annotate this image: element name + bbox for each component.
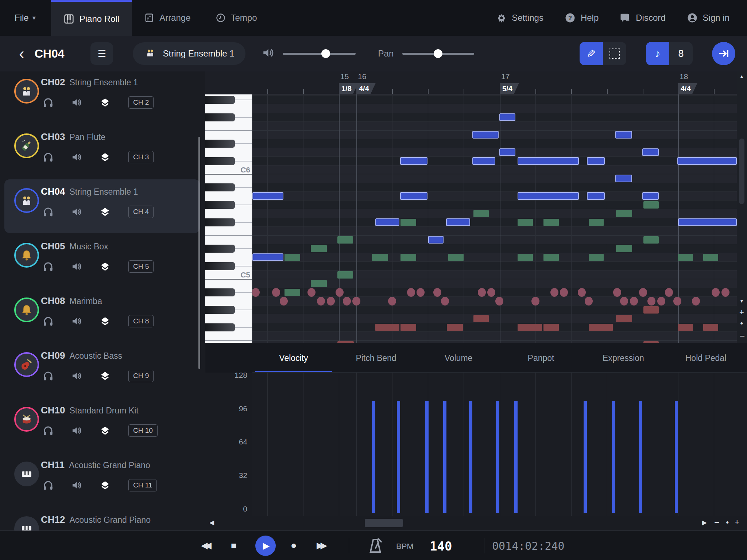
track-avatar[interactable]	[14, 516, 39, 530]
vertical-scrollbar[interactable]: ▲ ▼ + ● −	[737, 71, 747, 343]
scroll-right-icon[interactable]: ▶	[702, 519, 707, 526]
controller-tab-panpot[interactable]: Panpot	[500, 345, 582, 372]
note-ghost-maroon-F#4[interactable]	[375, 324, 399, 331]
controller-tab-volume[interactable]: Volume	[417, 345, 500, 372]
note-selected-E5[interactable]	[428, 236, 444, 244]
note-selected-A5[interactable]	[252, 192, 283, 200]
note-selected-C#6[interactable]	[677, 157, 737, 165]
note-ghost-maroon-E4[interactable]	[337, 341, 354, 343]
note-selected-F#5[interactable]	[375, 218, 399, 226]
note-selected-A5[interactable]	[587, 192, 605, 200]
solo-headphones-icon[interactable]	[43, 98, 53, 107]
velocity-bar[interactable]	[612, 401, 615, 513]
note-ghost-green-D5[interactable]	[518, 254, 533, 261]
drum-note-A4[interactable]	[531, 297, 539, 306]
drum-note-A#4[interactable]	[407, 288, 415, 297]
note-ghost-green-F#5[interactable]	[543, 219, 559, 226]
note-ghost-maroon-G4[interactable]	[616, 315, 632, 322]
note-selected-C#6[interactable]	[518, 157, 579, 165]
time-signature-badge[interactable]: 4/4	[678, 83, 697, 94]
menu-sign-in[interactable]: Sign in	[687, 12, 729, 23]
black-key-G#5[interactable]	[205, 201, 235, 209]
drum-note-A#4[interactable]	[639, 288, 647, 297]
mute-speaker-icon[interactable]	[71, 262, 82, 271]
drum-note-A4[interactable]	[352, 297, 360, 306]
note-selected-C#6[interactable]	[587, 157, 605, 165]
controller-tab-velocity[interactable]: Velocity	[252, 345, 335, 372]
note-ghost-maroon-F#4[interactable]	[400, 324, 416, 331]
note-ghost-maroon-F#4[interactable]	[518, 324, 542, 331]
mute-speaker-icon[interactable]	[71, 152, 82, 162]
note-ghost-green-F#5[interactable]	[589, 219, 604, 226]
bpm-value[interactable]: 140	[430, 539, 452, 553]
menu-discord[interactable]: Discord	[620, 12, 665, 23]
note-ghost-green-G5[interactable]	[473, 210, 489, 217]
track-row-ch05[interactable]: CH05Music BoxCH 5	[4, 234, 200, 288]
drum-note-A#4[interactable]	[478, 288, 486, 297]
volume-slider[interactable]	[283, 53, 356, 55]
drum-note-A4[interactable]	[620, 297, 628, 306]
mute-speaker-icon[interactable]	[71, 481, 82, 490]
track-row-ch03[interactable]: CH03Pan FluteCH 3	[4, 125, 200, 178]
velocity-bar[interactable]	[675, 401, 678, 513]
track-list-scrollbar[interactable]	[198, 137, 200, 369]
note-ghost-maroon-F#4[interactable]	[703, 324, 718, 331]
menu-help[interactable]: ?Help	[565, 12, 599, 23]
note-ghost-green-D5[interactable]	[448, 254, 464, 261]
note-ghost-maroon-F#4[interactable]	[589, 324, 613, 331]
layers-icon[interactable]	[100, 261, 110, 272]
drum-note-A4[interactable]	[388, 297, 396, 306]
play-button[interactable]: ▶	[255, 536, 276, 556]
note-ghost-maroon-F#4[interactable]	[447, 324, 463, 331]
drum-note-A4[interactable]	[327, 297, 335, 306]
note-ghost-green-C5[interactable]	[337, 271, 353, 279]
drum-note-A4[interactable]	[673, 297, 681, 306]
drum-note-A#4[interactable]	[487, 288, 495, 297]
drum-note-A#4[interactable]	[550, 288, 558, 297]
stop-button[interactable]: ■	[231, 540, 237, 551]
time-signature-badge[interactable]: 1/8	[339, 83, 358, 94]
controller-tab-expression[interactable]: Expression	[582, 345, 665, 372]
velocity-bar[interactable]	[397, 401, 400, 513]
mute-speaker-icon[interactable]	[71, 207, 82, 217]
track-avatar[interactable]	[14, 79, 39, 104]
note-grid[interactable]	[252, 94, 737, 343]
note-ghost-green-D5[interactable]	[589, 254, 604, 261]
note-selected-E6[interactable]	[615, 131, 632, 139]
tab-arrange[interactable]: Arrange	[132, 0, 203, 36]
rewind-button[interactable]: ◀◀	[201, 540, 209, 551]
solo-headphones-icon[interactable]	[43, 481, 53, 490]
metronome-icon[interactable]	[368, 537, 383, 555]
black-key-F#6[interactable]	[205, 113, 235, 121]
note-ghost-green-D5[interactable]	[372, 254, 388, 261]
pencil-tool-button[interactable]: ✎	[580, 42, 603, 65]
note-selected-D6[interactable]	[642, 148, 659, 156]
drum-note-A#4[interactable]	[433, 288, 441, 297]
file-menu[interactable]: File ▾	[15, 13, 36, 23]
note-ghost-green-E5[interactable]	[337, 236, 353, 244]
layers-icon[interactable]	[100, 425, 110, 436]
drum-note-A4[interactable]	[692, 297, 700, 306]
black-key-C#6[interactable]	[205, 157, 235, 165]
zoom-dot-icon[interactable]: ●	[740, 320, 743, 326]
solo-headphones-icon[interactable]	[43, 152, 53, 162]
track-avatar[interactable]	[14, 133, 39, 158]
layers-icon[interactable]	[100, 480, 110, 490]
record-button[interactable]: ●	[291, 540, 297, 551]
drum-note-A4[interactable]	[630, 297, 638, 306]
note-ghost-green-F#5[interactable]	[518, 219, 533, 226]
pan-slider[interactable]	[402, 53, 474, 55]
track-avatar[interactable]	[14, 298, 39, 322]
selection-tool-button[interactable]	[603, 42, 626, 65]
time-signature-badge[interactable]: 4/4	[356, 83, 376, 94]
scroll-up-icon[interactable]: ▲	[739, 74, 744, 79]
black-key-A#5[interactable]	[205, 183, 235, 191]
note-selected-F#5[interactable]	[678, 218, 737, 226]
black-key-D#6[interactable]	[205, 140, 235, 148]
velocity-bar[interactable]	[584, 401, 587, 513]
black-key-G#4[interactable]	[205, 306, 235, 314]
note-ghost-green-F#5[interactable]	[400, 219, 416, 226]
controller-tab-hold-pedal[interactable]: Hold Pedal	[665, 345, 747, 372]
solo-headphones-icon[interactable]	[43, 426, 53, 435]
note-ghost-green-D#5[interactable]	[616, 245, 632, 252]
